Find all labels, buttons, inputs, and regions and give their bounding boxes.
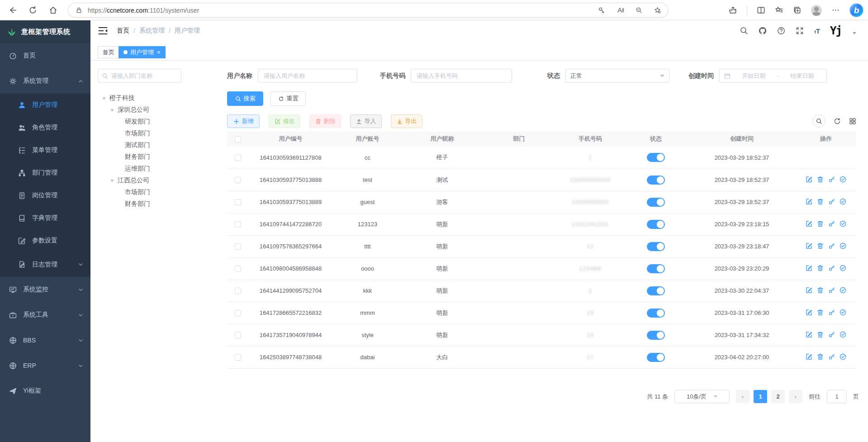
add-button[interactable]: 新增 bbox=[227, 114, 260, 128]
edit-row-icon[interactable] bbox=[806, 176, 812, 183]
sidebar-item-bbs[interactable]: BBS bbox=[0, 328, 90, 353]
sidebar-item-dept-mgmt[interactable]: 部门管理 bbox=[0, 162, 90, 184]
page-button-1[interactable]: 1 bbox=[754, 390, 767, 403]
status-toggle[interactable] bbox=[647, 220, 665, 229]
sidebar-item-home[interactable]: 首页 bbox=[0, 43, 90, 68]
goto-page-input[interactable] bbox=[827, 390, 847, 403]
assign-role-icon[interactable] bbox=[840, 309, 846, 316]
address-bar[interactable]: https://ccnetcore.com:1101/system/user bbox=[68, 3, 669, 18]
split-screen-icon[interactable] bbox=[757, 6, 765, 14]
tree-node-dept[interactable]: 市场部门 bbox=[98, 128, 188, 139]
password-key-icon[interactable] bbox=[598, 7, 605, 14]
tree-node-dept[interactable]: 运维部门 bbox=[98, 163, 188, 175]
help-icon[interactable] bbox=[777, 27, 785, 35]
row-checkbox[interactable] bbox=[235, 199, 241, 205]
edit-row-icon[interactable] bbox=[806, 309, 812, 316]
fullscreen-icon[interactable] bbox=[796, 27, 804, 35]
assign-role-icon[interactable] bbox=[840, 220, 846, 227]
date-range-picker[interactable]: 开始日期 - 结束日期 bbox=[719, 69, 827, 83]
refresh-table-icon[interactable] bbox=[834, 118, 841, 125]
lock-icon[interactable] bbox=[76, 7, 82, 14]
assign-role-icon[interactable] bbox=[840, 331, 846, 338]
app-logo[interactable]: 意框架管理系统 bbox=[0, 20, 90, 43]
delete-row-icon[interactable] bbox=[817, 265, 824, 271]
reset-password-icon[interactable] bbox=[828, 176, 835, 183]
prev-page-button[interactable]: ‹ bbox=[736, 390, 749, 403]
sidebar-item-system-mgmt[interactable]: 系统管理 bbox=[0, 68, 90, 94]
status-toggle[interactable] bbox=[647, 264, 665, 273]
browser-profile-avatar[interactable] bbox=[811, 5, 822, 16]
tree-node-dept[interactable]: 市场部门 bbox=[98, 186, 188, 198]
tree-node-company[interactable]: 橙子科技 bbox=[98, 92, 188, 104]
tree-node-branch[interactable]: 深圳总公司 bbox=[98, 104, 188, 116]
sidebar-item-system-monitor[interactable]: 系统监控 bbox=[0, 277, 90, 302]
zoom-out-icon[interactable] bbox=[636, 7, 642, 14]
sidebar-item-erp[interactable]: ERP bbox=[0, 353, 90, 378]
read-aloud-icon[interactable] bbox=[617, 7, 624, 14]
status-toggle[interactable] bbox=[647, 331, 665, 340]
reset-password-icon[interactable] bbox=[828, 220, 835, 227]
status-toggle[interactable] bbox=[647, 286, 665, 295]
status-toggle[interactable] bbox=[647, 176, 665, 185]
edit-row-icon[interactable] bbox=[806, 220, 812, 227]
row-checkbox[interactable] bbox=[235, 354, 241, 361]
assign-role-icon[interactable] bbox=[840, 353, 846, 360]
url-text[interactable]: https://ccnetcore.com:1101/system/user bbox=[88, 7, 598, 14]
row-checkbox[interactable] bbox=[235, 243, 241, 250]
reset-password-icon[interactable] bbox=[828, 265, 835, 271]
breadcrumb-system[interactable]: 系统管理 bbox=[139, 27, 165, 35]
caret-down-icon[interactable] bbox=[110, 180, 114, 184]
tree-node-dept[interactable]: 测试部门 bbox=[98, 139, 188, 151]
reset-password-icon[interactable] bbox=[828, 331, 835, 338]
delete-row-icon[interactable] bbox=[817, 287, 824, 294]
status-toggle[interactable] bbox=[647, 353, 665, 362]
close-tab-icon[interactable]: × bbox=[157, 49, 161, 56]
status-toggle[interactable] bbox=[647, 153, 665, 162]
edit-button[interactable]: 修改 bbox=[269, 114, 300, 128]
sidebar-item-log-mgmt[interactable]: 日志管理 bbox=[0, 252, 90, 277]
extensions-icon[interactable] bbox=[729, 6, 737, 14]
delete-row-icon[interactable] bbox=[817, 242, 824, 249]
delete-button[interactable]: 删除 bbox=[309, 114, 341, 128]
github-icon[interactable] bbox=[759, 27, 767, 35]
edit-row-icon[interactable] bbox=[806, 287, 812, 294]
sidebar-item-menu-mgmt[interactable]: 菜单管理 bbox=[0, 139, 90, 162]
reset-password-icon[interactable] bbox=[828, 309, 835, 316]
row-checkbox[interactable] bbox=[235, 221, 241, 228]
status-select[interactable]: 正常 bbox=[565, 69, 669, 83]
delete-row-icon[interactable] bbox=[817, 309, 824, 316]
tab-home[interactable]: 首页 bbox=[98, 46, 119, 58]
breadcrumb-user[interactable]: 用户管理 bbox=[175, 27, 200, 35]
import-button[interactable]: 导入 bbox=[350, 114, 382, 128]
row-checkbox[interactable] bbox=[235, 288, 241, 294]
row-checkbox[interactable] bbox=[235, 266, 241, 272]
caret-down-icon[interactable] bbox=[102, 97, 106, 102]
next-page-button[interactable]: › bbox=[789, 390, 802, 403]
font-size-icon[interactable]: тT bbox=[814, 27, 820, 35]
page-button-2[interactable]: 2 bbox=[771, 390, 785, 403]
caret-down-icon[interactable] bbox=[853, 32, 856, 36]
delete-row-icon[interactable] bbox=[817, 220, 824, 227]
edit-row-icon[interactable] bbox=[806, 353, 812, 360]
reset-button[interactable]: 重置 bbox=[270, 91, 306, 106]
page-size-select[interactable]: 10条/页 bbox=[674, 390, 730, 403]
assign-role-icon[interactable] bbox=[840, 265, 846, 271]
delete-row-icon[interactable] bbox=[817, 353, 824, 360]
row-checkbox[interactable] bbox=[235, 310, 241, 316]
assign-role-icon[interactable] bbox=[840, 176, 846, 183]
sidebar-item-yi-framework[interactable]: Yi框架 bbox=[0, 378, 90, 404]
assign-role-icon[interactable] bbox=[840, 242, 846, 249]
tree-node-dept[interactable]: 财务部门 bbox=[98, 151, 188, 163]
assign-role-icon[interactable] bbox=[840, 198, 846, 205]
collections-icon[interactable] bbox=[793, 6, 802, 14]
tab-user-mgmt[interactable]: 用户管理 × bbox=[119, 46, 166, 58]
edit-row-icon[interactable] bbox=[806, 331, 812, 338]
search-button[interactable]: 搜索 bbox=[227, 91, 263, 106]
copilot-bing-icon[interactable]: b bbox=[849, 3, 863, 17]
caret-down-icon[interactable] bbox=[110, 109, 114, 114]
browser-back-icon[interactable] bbox=[8, 6, 17, 14]
column-settings-icon[interactable] bbox=[849, 118, 856, 125]
phone-input[interactable] bbox=[411, 69, 512, 83]
favorites-bar-icon[interactable] bbox=[775, 6, 783, 14]
sidebar-item-post-mgmt[interactable]: 岗位管理 bbox=[0, 184, 90, 207]
